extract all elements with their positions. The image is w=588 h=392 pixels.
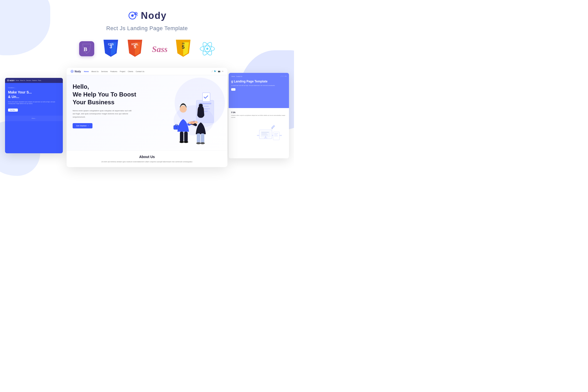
svg-rect-50 <box>261 132 269 133</box>
mockup-hero-illustration <box>161 83 221 145</box>
svg-point-46 <box>190 121 195 124</box>
mockup-left-bottom-text: Abou... <box>31 118 36 119</box>
nody-logo-icon <box>127 10 138 21</box>
mockup-center-hero: Hello, We Help You To Boost Your Busines… <box>67 75 227 151</box>
nav-item-about[interactable]: About Us <box>91 71 99 72</box>
svg-point-5 <box>136 14 137 15</box>
mockup-left-content: Creative | ... Make Your S...& Un... Nem… <box>5 83 63 116</box>
svg-point-34 <box>179 141 184 143</box>
nav-item-features[interactable]: Features <box>110 71 117 72</box>
svg-text:B: B <box>84 46 87 52</box>
mockup-left-cta-button[interactable]: Get Star... <box>8 109 18 112</box>
mockup-left-creative-label: Creative | ... <box>8 87 60 88</box>
mockup-right-about-text: ricitatem ullam corporis suscipitatum al… <box>231 115 286 118</box>
sass-icon: Sass <box>151 41 167 57</box>
hero-line2: We Help You To Boost <box>73 91 136 98</box>
hero-line3: Your Business <box>73 99 114 106</box>
svg-point-43 <box>196 142 201 144</box>
react-icon <box>199 41 215 57</box>
svg-text:5: 5 <box>182 44 184 50</box>
about-text: Ut enim ad minima veniam quis nostrum ex… <box>97 160 197 163</box>
svg-rect-54 <box>264 138 267 138</box>
mockup-hero-description: Nemo enim ipsam voluptatem quia voluptas… <box>73 109 133 119</box>
mockup-right-headline: g Landing Page Template <box>231 80 286 84</box>
mockup-hero-text: Hello, We Help You To Boost Your Busines… <box>73 83 161 145</box>
mockup-left-logo-text: NODY <box>10 80 15 81</box>
svg-text:5: 5 <box>134 44 136 49</box>
mockup-center-nav: Nody Home About Us Services Features Pro… <box>67 68 227 75</box>
mockup-left-logo: NODY <box>7 79 15 81</box>
right-twitter-icon: t <box>282 75 283 77</box>
mockup-left-bottom: Abou... <box>5 116 63 121</box>
svg-rect-57 <box>274 134 277 135</box>
nav-item-contact[interactable]: Contact Us <box>136 71 144 72</box>
svg-rect-53 <box>265 136 266 138</box>
html5-icon: HTML 5 <box>127 41 143 57</box>
svg-point-22 <box>72 71 73 72</box>
mockup-right-about-title: t Us <box>231 111 286 114</box>
mockup-right-nav: Clients Contact Us 𝑓 t i in <box>231 75 286 77</box>
mockup-right-top: Clients Contact Us 𝑓 t i in g Landing Pa… <box>229 73 289 108</box>
svg-point-20 <box>8 80 8 81</box>
svg-point-18 <box>206 48 208 50</box>
logo-section: Nody <box>127 10 167 21</box>
mockup-left-headline: Make Your S...& Un... <box>8 90 60 99</box>
facebook-icon: 𝑓 <box>212 70 212 73</box>
mockup-left: NODY Home About Us Services Features Pro… <box>5 78 63 153</box>
svg-point-6 <box>137 15 138 16</box>
svg-rect-42 <box>201 133 204 143</box>
mockup-right-socials: 𝑓 t i in <box>281 75 286 77</box>
mockup-about-section: About Us Ut enim ad minima veniam quis n… <box>67 151 227 167</box>
nav-item-project[interactable]: Project <box>120 71 125 72</box>
linkedin-icon: in <box>222 70 223 73</box>
about-title: About Us <box>73 155 221 159</box>
mockup-center-logo: Nody <box>71 70 81 73</box>
svg-text:3: 3 <box>110 44 112 49</box>
mockup-right-description: sit aspernatur aut odit aut high, noli q… <box>231 85 286 86</box>
svg-rect-32 <box>180 132 183 142</box>
mockup-center-logo-text: Nody <box>75 70 81 73</box>
nav-item-services[interactable]: Services <box>101 71 108 72</box>
tech-icons-row: B CSS 3 HTML 5 Sass <box>79 41 215 57</box>
svg-rect-41 <box>197 133 200 143</box>
svg-rect-58 <box>274 136 278 136</box>
mockup-center-nav-items: Home About Us Services Features Project … <box>84 71 144 72</box>
instagram-icon: 📷 <box>218 70 220 73</box>
svg-point-40 <box>199 104 203 107</box>
nav-item-home[interactable]: Home <box>84 71 89 72</box>
svg-point-35 <box>184 141 188 143</box>
svg-rect-56 <box>274 133 278 134</box>
right-facebook-icon: 𝑓 <box>281 75 281 77</box>
mockup-right-cta-button[interactable]: → <box>231 88 235 91</box>
mockup-left-nav: NODY Home About Us Services Features Pro… <box>5 78 63 83</box>
hero-line1: Hello, <box>73 83 89 90</box>
right-linkedin-icon: in <box>285 75 286 77</box>
javascript-icon: JS 5 <box>175 41 191 57</box>
css3-icon: CSS 3 <box>103 41 119 57</box>
right-nav-contact: Contact Us <box>236 76 242 77</box>
svg-point-3 <box>135 13 136 14</box>
mockups-area: NODY Home About Us Services Features Pro… <box>0 68 294 176</box>
right-instagram-icon: i <box>284 75 284 77</box>
logo-text: Nody <box>141 10 167 21</box>
mockup-left-description: Nemo enim ipsam voluptatem quia voluptas… <box>8 101 60 105</box>
mockup-hero-headline: Hello, We Help You To Boost Your Busines… <box>73 83 156 106</box>
mockup-right-nav-items: Clients Contact Us <box>231 76 242 77</box>
mockup-left-nav-items: Home About Us Services Features Proje... <box>16 80 42 81</box>
mockup-hero-cta-button[interactable]: Get Started → <box>73 123 92 128</box>
svg-rect-51 <box>261 133 267 134</box>
mockup-right-illustration <box>231 118 286 144</box>
svg-point-30 <box>180 106 187 113</box>
nav-item-clients[interactable]: Clients <box>128 71 133 72</box>
svg-point-44 <box>200 142 205 144</box>
mockup-right-bottom: t Us ricitatem ullam corporis suscipitat… <box>229 108 289 147</box>
svg-text:Sass: Sass <box>152 44 167 54</box>
mockup-center: Nody Home About Us Services Features Pro… <box>67 68 227 167</box>
svg-rect-33 <box>184 132 188 142</box>
page-subtitle: Rect Js Landing Page Template <box>106 25 188 32</box>
mockup-right: Clients Contact Us 𝑓 t i in g Landing Pa… <box>229 73 289 158</box>
svg-rect-52 <box>261 135 268 135</box>
svg-point-1 <box>131 14 134 17</box>
twitter-icon: 🐦 <box>214 70 216 73</box>
mockup-center-socials: 𝑓 🐦 📷 in <box>212 70 223 73</box>
